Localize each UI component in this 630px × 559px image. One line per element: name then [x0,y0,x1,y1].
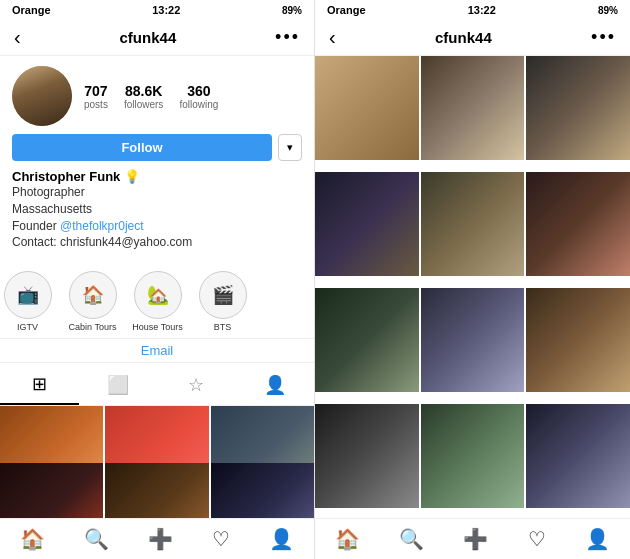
more-button-left[interactable]: ••• [275,27,300,48]
cabin-icon: 🏠 [82,284,104,306]
heart-nav-right[interactable]: ♡ [528,527,546,551]
following-label: following [179,99,218,110]
profile-tab-bar: ⊞ ⬜ ☆ 👤 [0,365,314,406]
grid-preview [0,406,314,518]
photo-4[interactable] [315,172,419,276]
photo-1[interactable] [315,56,419,160]
right-panel: Orange 13:22 89% ‹ cfunk44 ••• 🏠 🔍 ➕ ♡ 👤 [315,0,630,559]
followers-label: followers [124,99,163,110]
grid-cell-6[interactable] [211,463,314,518]
photo-7[interactable] [315,288,419,392]
photo-grid [315,56,630,518]
tab-tagged[interactable]: 👤 [236,365,315,405]
highlights-row: 📺 IGTV 🏠 Cabin Tours 🏡 House Tours 🎬 BTS [0,265,314,338]
grid-cell-4[interactable] [0,463,103,518]
left-panel: Orange 13:22 89% ‹ cfunk44 ••• 707 posts… [0,0,315,559]
action-row: Follow ▾ [12,134,302,161]
nav-bar-left: ‹ cfunk44 ••• [0,20,314,56]
carrier-right: Orange [327,4,366,16]
status-bar-left: Orange 13:22 89% [0,0,314,20]
photo-11[interactable] [421,404,525,508]
followers-count: 88.6K [125,83,162,99]
photo-12[interactable] [526,404,630,508]
stat-following: 360 following [179,83,218,110]
photo-6[interactable] [526,172,630,276]
photo-9[interactable] [526,288,630,392]
home-nav-left[interactable]: 🏠 [20,527,45,551]
battery-left: 89% [282,5,302,16]
highlight-circle-igtv: 📺 [4,271,52,319]
photo-10[interactable] [315,404,419,508]
photo-3[interactable] [526,56,630,160]
time-right: 13:22 [468,4,496,16]
photo-2[interactable] [421,56,525,160]
bio-line1: Photographer [12,184,302,201]
add-nav-right[interactable]: ➕ [463,527,488,551]
highlight-house[interactable]: 🏡 House Tours [130,271,185,332]
bio-line4: Contact: chrisfunk44@yahoo.com [12,234,302,251]
profile-top: 707 posts 88.6K followers 360 following [12,66,302,126]
time-left: 13:22 [152,4,180,16]
igtv-icon: 📺 [17,284,39,306]
stat-posts: 707 posts [84,83,108,110]
stats-row: 707 posts 88.6K followers 360 following [84,83,302,110]
search-nav-left[interactable]: 🔍 [84,527,109,551]
heart-nav-left[interactable]: ♡ [212,527,230,551]
following-count: 360 [187,83,210,99]
tab-grid[interactable]: ⊞ [0,365,79,405]
battery-right: 89% [598,5,618,16]
username-right: cfunk44 [435,29,492,46]
more-button-right[interactable]: ••• [591,27,616,48]
house-icon: 🏡 [147,284,169,306]
saved-icon: ☆ [188,374,204,396]
search-nav-right[interactable]: 🔍 [399,527,424,551]
avatar[interactable] [12,66,72,126]
status-bar-right: Orange 13:22 89% [315,0,630,20]
tab-reels[interactable]: ⬜ [79,365,158,405]
tab-saved[interactable]: ☆ [157,365,236,405]
back-button-left[interactable]: ‹ [14,26,21,49]
follow-button[interactable]: Follow [12,134,272,161]
tagged-icon: 👤 [264,374,286,396]
reels-icon: ⬜ [107,374,129,396]
posts-label: posts [84,99,108,110]
carrier-left: Orange [12,4,51,16]
photo-5[interactable] [421,172,525,276]
avatar-image [12,66,72,126]
right-status-right: 89% [598,5,618,16]
bottom-nav-right: 🏠 🔍 ➕ ♡ 👤 [315,518,630,559]
dropdown-button[interactable]: ▾ [278,134,302,161]
home-nav-right[interactable]: 🏠 [335,527,360,551]
highlight-bts[interactable]: 🎬 BTS [195,271,250,332]
bio-link[interactable]: @thefolkpr0ject [60,219,144,233]
stat-followers: 88.6K followers [124,83,163,110]
back-button-right[interactable]: ‹ [329,26,336,49]
grid-icon: ⊞ [32,373,47,395]
grid-cell-5[interactable] [105,463,208,518]
highlight-label-house: House Tours [132,322,182,332]
add-nav-left[interactable]: ➕ [148,527,173,551]
highlight-circle-house: 🏡 [134,271,182,319]
highlight-circle-cabin: 🏠 [69,271,117,319]
posts-count: 707 [84,83,107,99]
photo-8[interactable] [421,288,525,392]
profile-nav-left[interactable]: 👤 [269,527,294,551]
username-left: cfunk44 [120,29,177,46]
bio-line3: Founder @thefolkpr0ject [12,218,302,235]
right-status-left: 89% [282,5,302,16]
bio-section: Christopher Funk 💡 Photographer Massachu… [12,169,302,251]
highlight-label-igtv: IGTV [17,322,38,332]
bio-name: Christopher Funk 💡 [12,169,302,184]
nav-bar-right: ‹ cfunk44 ••• [315,20,630,56]
email-link[interactable]: Email [0,338,314,363]
highlight-circle-bts: 🎬 [199,271,247,319]
highlight-cabin[interactable]: 🏠 Cabin Tours [65,271,120,332]
bio-line2: Massachusetts [12,201,302,218]
bottom-nav-left: 🏠 🔍 ➕ ♡ 👤 [0,518,314,559]
highlight-label-bts: BTS [214,322,232,332]
bts-icon: 🎬 [212,284,234,306]
highlight-label-cabin: Cabin Tours [69,322,117,332]
profile-section: 707 posts 88.6K followers 360 following … [0,56,314,265]
highlight-igtv[interactable]: 📺 IGTV [0,271,55,332]
profile-nav-right[interactable]: 👤 [585,527,610,551]
